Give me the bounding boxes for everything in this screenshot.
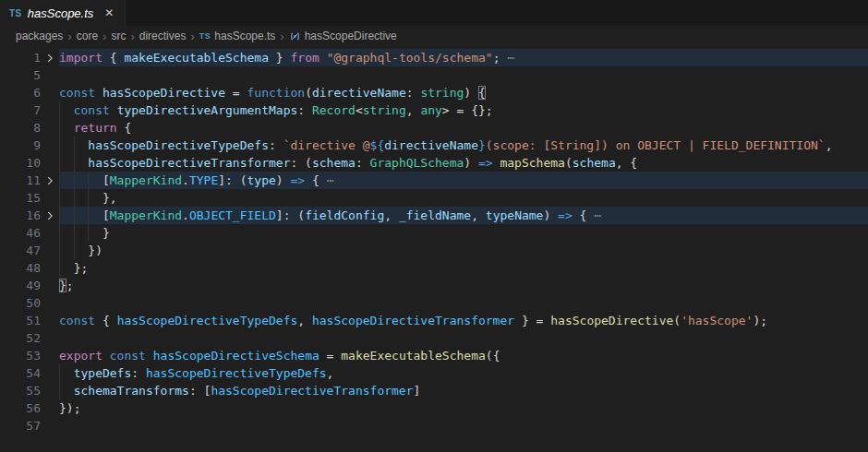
fold-chevron-icon[interactable]: [41, 207, 59, 224]
code-content[interactable]: [MapperKind.TYPE]: (type) => { ⋯: [59, 172, 868, 189]
tab-hasscope-ts[interactable]: TS hasScope.ts ✕: [0, 0, 126, 26]
code-line[interactable]: 57: [0, 417, 868, 434]
line-number[interactable]: 8: [0, 119, 41, 137]
line-number[interactable]: 49: [0, 277, 41, 294]
code-content[interactable]: const typeDirectiveArgumentMaps: Record<…: [59, 101, 868, 119]
indent-guide: [74, 242, 75, 259]
line-number[interactable]: 7: [0, 101, 41, 119]
code-line[interactable]: 56});: [0, 399, 868, 417]
code-token: ,: [297, 314, 312, 327]
code-content[interactable]: };: [59, 259, 868, 277]
code-token: , {: [616, 156, 637, 170]
code-content[interactable]: return {: [59, 119, 868, 137]
line-number[interactable]: 51: [0, 312, 41, 329]
code-line[interactable]: 8 return {: [0, 119, 868, 137]
code-content[interactable]: },: [59, 189, 868, 207]
code-content[interactable]: hasScopeDirectiveTypeDefs: `directive @$…: [59, 137, 868, 154]
code-content[interactable]: typeDefs: hasScopeDirectiveTypeDefs,: [59, 364, 868, 382]
line-number[interactable]: 48: [0, 259, 41, 277]
code-content[interactable]: [59, 294, 868, 312]
code-content[interactable]: export const hasScopeDirectiveSchema = m…: [59, 347, 868, 364]
breadcrumb-item-hasscopedirective[interactable]: hasScopeDirective: [289, 30, 397, 42]
code-line[interactable]: 47 }): [0, 242, 868, 259]
code-line[interactable]: 50: [0, 294, 868, 312]
line-number[interactable]: 53: [0, 347, 41, 364]
code-content[interactable]: hasScopeDirectiveTransformer: (schema: G…: [59, 154, 868, 172]
code-token: hasScopeDirectiveTypeDefs: [117, 314, 298, 327]
code-token: :: [297, 103, 312, 117]
close-icon[interactable]: ✕: [102, 6, 115, 19]
code-line[interactable]: 49};: [0, 277, 868, 294]
code-content[interactable]: schemaTransforms: [hasScopeDirectiveTran…: [59, 382, 868, 399]
line-number[interactable]: 6: [0, 84, 41, 101]
code-token: };: [59, 261, 88, 275]
code-content[interactable]: [59, 417, 868, 434]
code-token: ): [464, 86, 478, 100]
code-content[interactable]: }: [59, 224, 868, 242]
code-line[interactable]: 51const { hasScopeDirectiveTypeDefs, has…: [0, 312, 868, 329]
line-number[interactable]: 11: [0, 172, 41, 189]
line-number[interactable]: 15: [0, 189, 41, 207]
indent-guide: [59, 364, 60, 382]
code-content[interactable]: [59, 329, 868, 347]
code-content[interactable]: [MapperKind.OBJECT_FIELD]: (fieldConfig,…: [59, 207, 868, 224]
code-content[interactable]: const { hasScopeDirectiveTypeDefs, hasSc…: [59, 312, 868, 329]
code-line[interactable]: 10 hasScopeDirectiveTransformer: (schema…: [0, 154, 868, 172]
fold-chevron-icon[interactable]: [41, 172, 59, 189]
code-content[interactable]: const hasScopeDirective = function(direc…: [59, 84, 868, 101]
code-line[interactable]: 1import { makeExecutableSchema } from "@…: [0, 49, 868, 66]
line-number[interactable]: 1: [0, 49, 41, 66]
line-number[interactable]: 54: [0, 364, 41, 382]
breadcrumb-item-hasscope-ts[interactable]: TShasScope.ts: [199, 30, 276, 42]
code-line[interactable]: 5: [0, 66, 868, 84]
fold-gutter: [41, 137, 59, 154]
code-line[interactable]: 16 [MapperKind.OBJECT_FIELD]: (fieldConf…: [0, 207, 868, 224]
symbol-variable-icon: [289, 30, 301, 42]
folded-ellipsis[interactable]: ⋯: [319, 173, 334, 187]
code-content[interactable]: };: [59, 277, 868, 294]
code-line[interactable]: 11 [MapperKind.TYPE]: (type) => { ⋯: [0, 172, 868, 189]
breadcrumb-label: src: [111, 30, 126, 42]
code-content[interactable]: import { makeExecutableSchema } from "@g…: [59, 49, 868, 66]
line-number[interactable]: 56: [0, 399, 41, 417]
fold-gutter: [41, 347, 59, 364]
breadcrumb-item-src[interactable]: src: [111, 30, 126, 42]
line-number[interactable]: 9: [0, 137, 41, 154]
breadcrumb-item-directives[interactable]: directives: [139, 30, 187, 42]
breadcrumb-item-core[interactable]: core: [77, 30, 98, 42]
line-number[interactable]: 46: [0, 224, 41, 242]
code-token: [: [59, 173, 110, 187]
code-line[interactable]: 52: [0, 329, 868, 347]
vscode-editor-window: TS hasScope.ts ✕ packages›core›src›direc…: [0, 0, 868, 452]
code-line[interactable]: 48 };: [0, 259, 868, 277]
code-line[interactable]: 6const hasScopeDirective = function(dire…: [0, 84, 868, 101]
code-line[interactable]: 46 }: [0, 224, 868, 242]
code-token: (: [565, 156, 573, 170]
folded-ellipsis[interactable]: ⋯: [500, 51, 514, 65]
code-line[interactable]: 9 hasScopeDirectiveTypeDefs: `directive …: [0, 137, 868, 154]
fold-chevron-icon[interactable]: [41, 49, 59, 66]
code-content[interactable]: [59, 66, 868, 84]
line-number[interactable]: 50: [0, 294, 41, 312]
code-line[interactable]: 54 typeDefs: hasScopeDirectiveTypeDefs,: [0, 364, 868, 382]
line-number[interactable]: 10: [0, 154, 41, 172]
code-token: hasScopeDirectiveSchema: [153, 349, 319, 363]
fold-gutter: [41, 277, 59, 294]
code-content[interactable]: });: [59, 399, 868, 417]
line-number[interactable]: 5: [0, 66, 41, 84]
line-number[interactable]: 57: [0, 417, 41, 434]
line-number[interactable]: 16: [0, 207, 41, 224]
code-token: :: [269, 138, 283, 152]
breadcrumb-item-packages[interactable]: packages: [16, 30, 63, 42]
line-number[interactable]: 52: [0, 329, 41, 347]
folded-ellipsis[interactable]: ⋯: [586, 208, 601, 222]
code-line[interactable]: 55 schemaTransforms: [hasScopeDirectiveT…: [0, 382, 868, 399]
line-number[interactable]: 55: [0, 382, 41, 399]
code-line[interactable]: 53export const hasScopeDirectiveSchema =…: [0, 347, 868, 364]
line-number[interactable]: 47: [0, 242, 41, 259]
code-line[interactable]: 7 const typeDirectiveArgumentMaps: Recor…: [0, 101, 868, 119]
code-editor[interactable]: 1import { makeExecutableSchema } from "@…: [0, 46, 868, 434]
code-content[interactable]: }): [59, 242, 868, 259]
code-token: );: [753, 314, 767, 327]
code-line[interactable]: 15 },: [0, 189, 868, 207]
